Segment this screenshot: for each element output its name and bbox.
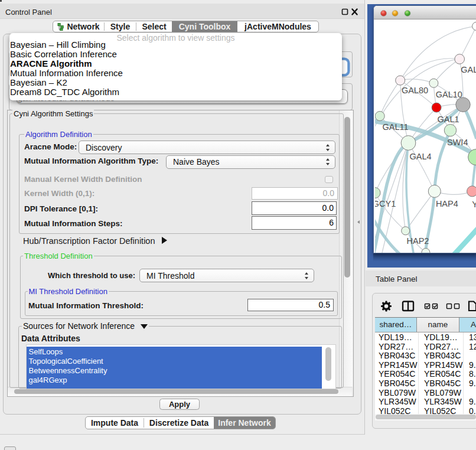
svg-text:GAL11: GAL11 — [383, 122, 409, 132]
svg-text:GAL4: GAL4 — [410, 152, 432, 161]
svg-text:GAL1: GAL1 — [438, 115, 459, 124]
svg-text:HAP2: HAP2 — [407, 236, 429, 246]
svg-text:GAL10: GAL10 — [436, 90, 462, 99]
svg-text:SWI4: SWI4 — [447, 138, 468, 147]
svg-text:HAP4: HAP4 — [436, 199, 458, 208]
svg-text:GAL80: GAL80 — [402, 86, 428, 95]
svg-text:GCY1: GCY1 — [375, 199, 396, 208]
svg-text:GAL2: GAL2 — [461, 65, 476, 74]
svg-text:YJR048W: YJR048W — [472, 200, 476, 209]
